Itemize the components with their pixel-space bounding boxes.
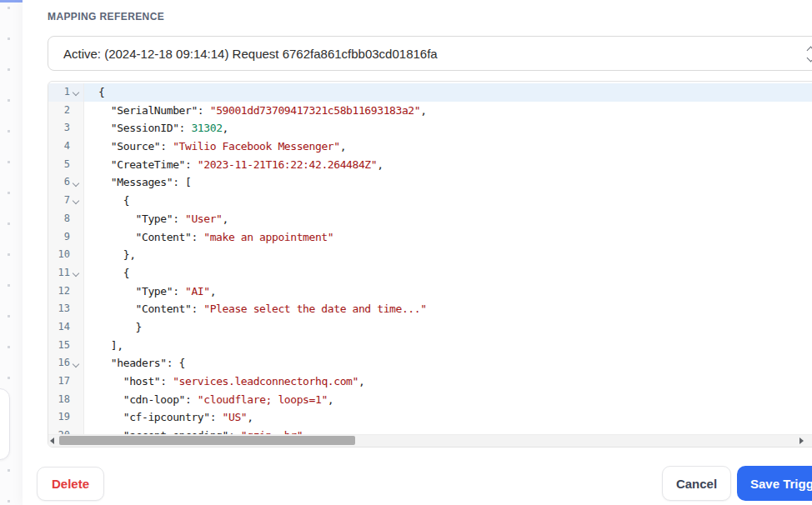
code-line: 8 "Type": "User",: [48, 210, 812, 228]
line-number: 16: [51, 354, 70, 372]
code-text: "SerialNumber": "59001dd73709417321c58b1…: [84, 102, 812, 120]
fold-chevron-icon[interactable]: [73, 180, 79, 187]
json-editor[interactable]: 1{2 "SerialNumber": "59001dd73709417321c…: [48, 81, 812, 448]
gutter-cell: 10: [48, 246, 84, 264]
code-text: "Type": "AI",: [84, 282, 812, 301]
code-text: "headers": {: [84, 354, 812, 372]
line-number: 18: [51, 391, 70, 409]
gutter-cell: 15: [48, 337, 84, 355]
line-number: 11: [51, 264, 70, 282]
gutter-cell: 2: [48, 102, 84, 120]
fold-chevron-icon[interactable]: [73, 360, 79, 367]
code-line: 3 "SessionID": 31302,: [48, 119, 812, 138]
canvas-top-accent-line: [0, 0, 23, 2]
code-text: },: [84, 246, 812, 264]
code-line: 14 }: [48, 318, 812, 337]
gutter-cell: 12: [48, 282, 84, 301]
code-text: ],: [84, 337, 812, 355]
gutter-cell: 9: [48, 228, 84, 247]
code-text: {: [84, 83, 812, 102]
fold-chevron-icon[interactable]: [73, 198, 79, 204]
code-line: 7 {: [48, 192, 812, 210]
mapping-reference-select[interactable]: Active: (2024-12-18 09:14:14) Request 67…: [48, 36, 812, 71]
code-line: 16 "headers": {: [48, 354, 812, 372]
code-line: 2 "SerialNumber": "59001dd73709417321c58…: [48, 102, 812, 120]
code-line: 15 ],: [48, 337, 812, 355]
gutter-cell: 16: [48, 354, 84, 372]
code-text: "Messages": [: [84, 173, 812, 192]
code-line: 5 "CreateTime": "2023-11-21T16:22:42.264…: [48, 156, 812, 174]
code-text: {: [84, 264, 812, 282]
line-number: 5: [51, 156, 70, 174]
code-text: }: [84, 318, 812, 337]
scrollbar-right-arrow-icon[interactable]: [799, 438, 804, 444]
gutter-cell: 4: [48, 138, 84, 156]
gutter-cell: 11: [48, 264, 84, 282]
code-text: "host": "services.leadconnectorhq.com",: [84, 372, 812, 391]
code-line: 6 "Messages": [: [48, 173, 812, 192]
horizontal-scrollbar[interactable]: [48, 434, 812, 447]
code-line: 13 "Content": "Please select the date an…: [48, 300, 812, 318]
code-text: "Content": "make an appointment": [84, 228, 812, 247]
code-text: "Type": "User",: [84, 210, 812, 228]
line-number: 8: [51, 210, 70, 228]
mapping-reference-selected-value: Active: (2024-12-18 09:14:14) Request 67…: [63, 47, 438, 61]
horizontal-scrollbar-thumb[interactable]: [59, 436, 355, 445]
line-number: 1: [51, 83, 70, 102]
code-text: "cf-ipcountry": "US",: [84, 408, 812, 427]
code-text: "Source": "Twilio Facebook Messenger",: [84, 138, 812, 156]
save-trigger-button[interactable]: Save Trigger: [737, 466, 812, 501]
line-number: 3: [51, 119, 70, 138]
gutter-cell: 13: [48, 300, 84, 318]
code-line: 1{: [48, 83, 812, 102]
mapping-reference-label: MAPPING REFERENCE: [48, 11, 164, 22]
gutter-cell: 14: [48, 318, 84, 337]
fold-chevron-icon[interactable]: [73, 270, 79, 277]
fold-chevron-icon[interactable]: [73, 89, 79, 96]
gutter-cell: 8: [48, 210, 84, 228]
code-text: "cdn-loop": "cloudflare; loops=1",: [84, 391, 812, 409]
gutter-cell: 1: [48, 83, 84, 102]
code-line: 17 "host": "services.leadconnectorhq.com…: [48, 372, 812, 391]
line-number: 2: [51, 102, 70, 120]
code-text: "SessionID": 31302,: [84, 119, 812, 138]
code-text: "Content": "Please select the date and t…: [84, 300, 812, 318]
line-number: 13: [51, 300, 70, 318]
code-line: 18 "cdn-loop": "cloudflare; loops=1",: [48, 391, 812, 409]
workflow-node-partial: [0, 388, 10, 460]
delete-button[interactable]: Delete: [37, 467, 104, 501]
gutter-cell: 18: [48, 391, 84, 409]
scrollbar-left-arrow-icon[interactable]: [50, 438, 54, 444]
gutter-cell: 6: [48, 173, 84, 192]
line-number: 6: [51, 173, 70, 192]
gutter-cell: 19: [48, 408, 84, 427]
gutter-cell: 17: [48, 372, 84, 391]
code-line: 19 "cf-ipcountry": "US",: [48, 408, 812, 427]
code-line: 4 "Source": "Twilio Facebook Messenger",: [48, 138, 812, 156]
trigger-settings-panel: MAPPING REFERENCE Active: (2024-12-18 09…: [23, 0, 812, 505]
code-line: 9 "Content": "make an appointment": [48, 228, 812, 247]
code-line: 12 "Type": "AI",: [48, 282, 812, 301]
select-chevrons-icon: [805, 46, 812, 62]
line-number: 7: [51, 192, 70, 210]
line-number: 12: [51, 282, 70, 301]
code-text: {: [84, 192, 812, 210]
gutter-cell: 7: [48, 192, 84, 210]
line-number: 10: [51, 246, 70, 264]
code-line: 11 {: [48, 264, 812, 282]
cancel-button[interactable]: Cancel: [662, 466, 731, 501]
line-number: 17: [51, 372, 70, 391]
line-number: 9: [51, 228, 70, 247]
line-number: 14: [51, 318, 70, 337]
line-number: 15: [51, 337, 70, 355]
code-text: "CreateTime": "2023-11-21T16:22:42.26448…: [84, 156, 812, 174]
line-number: 19: [51, 408, 70, 427]
line-number: 4: [51, 138, 70, 156]
gutter-cell: 3: [48, 119, 84, 138]
code-line: 10 },: [48, 246, 812, 264]
code-lines: 1{2 "SerialNumber": "59001dd73709417321c…: [48, 82, 812, 445]
gutter-cell: 5: [48, 156, 84, 174]
